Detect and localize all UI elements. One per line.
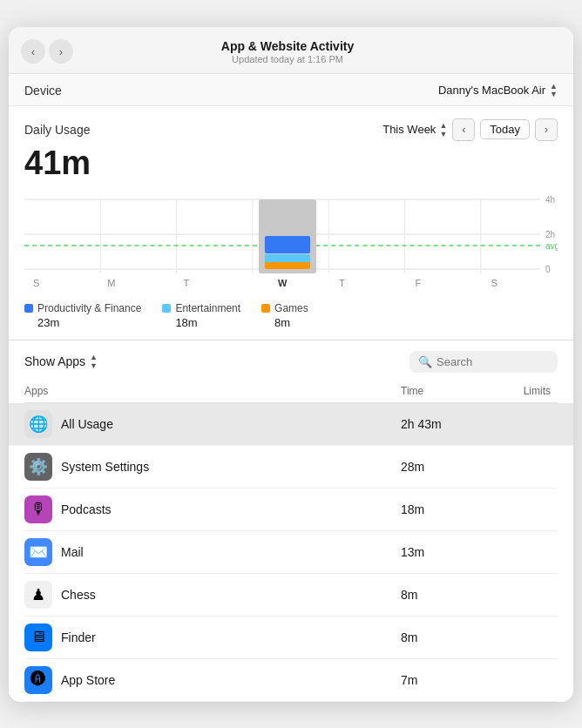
app-cell: 🌐 All Usage (24, 410, 401, 438)
app-icon: ♟ (24, 581, 52, 609)
legend-time-games: 8m (274, 316, 308, 329)
device-name: Danny's MacBook Air (438, 84, 545, 97)
legend-time-productivity: 23m (37, 316, 141, 329)
titlebar-info: App & Website Activity Updated today at … (82, 39, 493, 64)
picker-arrows-icon: ▲ ▼ (550, 83, 558, 98)
app-time: 7m (401, 673, 488, 687)
app-name: Chess (61, 588, 96, 602)
svg-text:S: S (491, 278, 497, 288)
app-cell: ⚙️ System Settings (24, 453, 401, 481)
app-name: App Store (61, 673, 115, 687)
legend-label-games: Games (274, 302, 308, 314)
app-cell: ✉️ Mail (24, 538, 401, 566)
legend-dot-entertainment (162, 304, 171, 313)
period-arrows-icon: ▲ ▼ (439, 121, 447, 138)
app-icon: 🖥 (24, 624, 52, 651)
app-name: Podcasts (61, 502, 112, 516)
svg-text:2h: 2h (545, 230, 555, 239)
app-name: Finder (61, 630, 96, 644)
svg-text:T: T (184, 278, 190, 288)
app-icon: ⚙️ (24, 453, 52, 481)
app-icon: 🎙 (24, 495, 52, 523)
app-time: 13m (401, 545, 488, 559)
usage-section: Daily Usage This Week ▲ ▼ ‹ Today › 41m (9, 106, 573, 340)
titlebar-nav: ‹ › (21, 39, 73, 64)
app-cell: 🎙 Podcasts (24, 495, 401, 523)
svg-text:F: F (415, 278, 421, 288)
legend-dot-games (261, 304, 270, 313)
page-subtitle: Updated today at 1:16 PM (82, 54, 493, 64)
main-window: ‹ › App & Website Activity Updated today… (9, 27, 573, 702)
app-cell: 🅐 App Store (24, 666, 401, 694)
app-name: All Usage (61, 417, 113, 431)
table-header: Apps Time Limits (24, 381, 558, 403)
usage-title: Daily Usage (24, 123, 90, 137)
app-time: 18m (401, 502, 488, 516)
table-row[interactable]: ✉️ Mail 13m (24, 531, 558, 574)
table-row[interactable]: 🅐 App Store 7m (24, 659, 558, 702)
device-picker[interactable]: Danny's MacBook Air ▲ ▼ (438, 83, 558, 98)
table-row[interactable]: 🌐 All Usage 2h 43m (9, 403, 573, 446)
legend-label-entertainment: Entertainment (175, 302, 240, 314)
next-period-button[interactable]: › (535, 118, 558, 141)
today-button[interactable]: Today (480, 119, 530, 139)
period-selector[interactable]: This Week ▲ ▼ (382, 121, 447, 138)
usage-time: 41m (24, 145, 558, 182)
app-cell: 🖥 Finder (24, 624, 401, 651)
device-row: Device Danny's MacBook Air ▲ ▼ (9, 74, 573, 106)
legend-item-entertainment: Entertainment 18m (162, 302, 240, 329)
svg-text:4h: 4h (545, 195, 555, 205)
app-list: 🌐 All Usage 2h 43m ⚙️ System Settings 28… (24, 403, 558, 702)
app-name: Mail (61, 545, 84, 559)
col-apps: Apps (24, 385, 401, 397)
prev-period-button[interactable]: ‹ (452, 118, 475, 141)
svg-rect-15 (265, 236, 310, 253)
usage-controls: This Week ▲ ▼ ‹ Today › (382, 118, 558, 141)
svg-text:avg: avg (545, 241, 558, 251)
device-label: Device (24, 84, 62, 98)
search-icon: 🔍 (418, 355, 432, 368)
titlebar: ‹ › App & Website Activity Updated today… (9, 27, 573, 74)
svg-rect-17 (265, 262, 310, 269)
usage-header: Daily Usage This Week ▲ ▼ ‹ Today › (24, 118, 558, 141)
legend-label-productivity: Productivity & Finance (37, 302, 141, 314)
app-icon: 🌐 (24, 410, 52, 438)
app-cell: ♟ Chess (24, 581, 401, 609)
table-row[interactable]: ♟ Chess 8m (24, 574, 558, 617)
show-apps-button[interactable]: Show Apps ▲ ▼ (24, 353, 98, 370)
svg-text:0: 0 (545, 265, 551, 274)
legend-dot-productivity (24, 304, 33, 313)
chart-container: 4h 2h 0 avg S M T W T F S (24, 191, 558, 295)
app-name: System Settings (61, 460, 149, 474)
app-time: 8m (401, 630, 488, 644)
table-row[interactable]: ⚙️ System Settings 28m (24, 446, 558, 489)
chart-legend: Productivity & Finance 23m Entertainment… (24, 302, 558, 329)
app-icon: ✉️ (24, 538, 52, 566)
legend-time-entertainment: 18m (175, 316, 240, 329)
svg-text:S: S (33, 278, 39, 288)
col-limits: Limits (488, 385, 558, 397)
app-time: 2h 43m (401, 417, 488, 431)
table-row[interactable]: 🎙 Podcasts 18m (24, 489, 558, 531)
forward-button[interactable]: › (49, 39, 73, 64)
search-input[interactable] (436, 355, 573, 368)
table-row[interactable]: 🖥 Finder 8m (24, 617, 558, 659)
app-time: 28m (401, 460, 488, 474)
legend-item-games: Games 8m (261, 302, 308, 329)
page-title: App & Website Activity (82, 39, 493, 53)
app-icon: 🅐 (24, 666, 52, 694)
app-time: 8m (401, 588, 488, 602)
search-bar[interactable]: 🔍 (409, 351, 558, 373)
apps-header: Show Apps ▲ ▼ 🔍 (24, 351, 558, 373)
legend-item-productivity: Productivity & Finance 23m (24, 302, 141, 329)
show-apps-label: Show Apps (24, 354, 85, 368)
col-time: Time (401, 385, 488, 397)
apps-section: Show Apps ▲ ▼ 🔍 Apps Time Limits 🌐 All (9, 340, 573, 702)
show-apps-arrows-icon: ▲ ▼ (90, 353, 98, 370)
svg-text:M: M (107, 278, 115, 288)
usage-chart: 4h 2h 0 avg S M T W T F S (24, 191, 558, 295)
period-label: This Week (382, 123, 436, 136)
back-button[interactable]: ‹ (21, 39, 45, 64)
svg-text:W: W (278, 278, 288, 288)
svg-text:T: T (339, 278, 345, 288)
